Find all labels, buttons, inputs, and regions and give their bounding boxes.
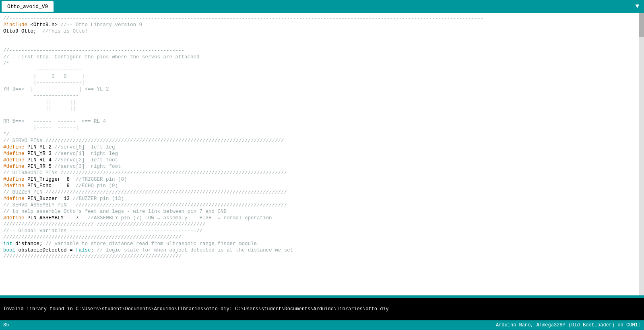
- scrollbar[interactable]: [639, 13, 644, 295]
- active-tab[interactable]: Otto_avoid_V9: [2, 1, 54, 12]
- tab-bar: Otto_avoid_V9 ▼: [0, 0, 644, 13]
- status-line-number: 85: [3, 322, 9, 328]
- dropdown-icon: ▼: [635, 3, 639, 10]
- tab-dropdown-button[interactable]: ▼: [632, 1, 642, 12]
- tab-label: Otto_avoid_V9: [7, 4, 48, 10]
- status-board-info: Arduino Nano, ATmega328P (Old Bootloader…: [496, 322, 641, 328]
- code-editor[interactable]: //--------------------------------------…: [0, 13, 644, 295]
- console-text: Invalid library found in C:\Users\studen…: [3, 306, 389, 312]
- status-bar: 85 Arduino Nano, ATmega328P (Old Bootloa…: [0, 320, 644, 330]
- code-content: //--------------------------------------…: [0, 14, 644, 261]
- console-area: Invalid library found in C:\Users\studen…: [0, 298, 644, 320]
- scrollbar-thumb[interactable]: [639, 13, 644, 37]
